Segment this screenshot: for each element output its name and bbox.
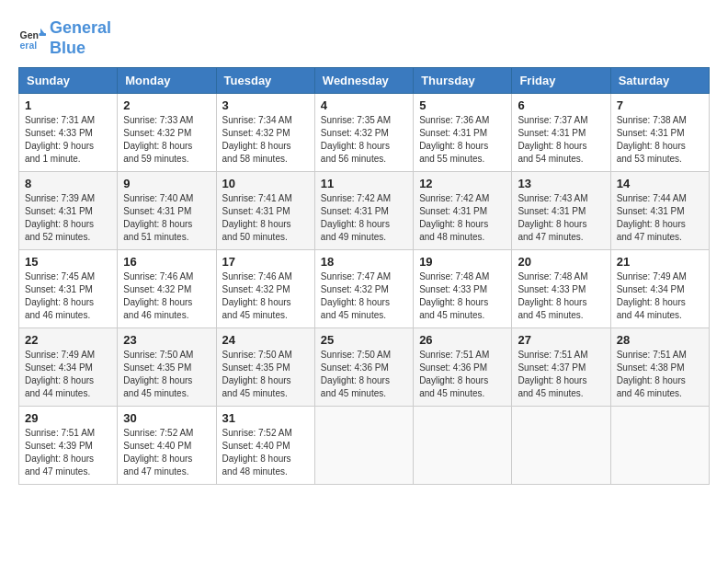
day-info: Sunrise: 7:39 AM Sunset: 4:31 PM Dayligh… [25, 192, 111, 244]
calendar-week-row: 1 Sunrise: 7:31 AM Sunset: 4:33 PM Dayli… [19, 94, 710, 172]
calendar-cell: 14 Sunrise: 7:44 AM Sunset: 4:31 PM Dayl… [610, 172, 709, 250]
day-info: Sunrise: 7:45 AM Sunset: 4:31 PM Dayligh… [25, 270, 111, 322]
day-number: 29 [25, 411, 111, 425]
day-number: 14 [617, 177, 703, 190]
page-header: Gen eral General Blue [18, 18, 710, 58]
day-number: 18 [321, 255, 407, 269]
day-info: Sunrise: 7:38 AM Sunset: 4:31 PM Dayligh… [617, 114, 703, 166]
day-number: 4 [321, 98, 407, 112]
day-info: Sunrise: 7:34 AM Sunset: 4:32 PM Dayligh… [222, 114, 309, 166]
calendar-cell: 19 Sunrise: 7:48 AM Sunset: 4:33 PM Dayl… [414, 250, 512, 328]
calendar-cell [610, 407, 709, 485]
day-info: Sunrise: 7:40 AM Sunset: 4:31 PM Dayligh… [123, 192, 210, 244]
calendar-cell: 20 Sunrise: 7:48 AM Sunset: 4:33 PM Dayl… [512, 250, 610, 328]
day-info: Sunrise: 7:46 AM Sunset: 4:32 PM Dayligh… [222, 270, 309, 322]
calendar-cell: 6 Sunrise: 7:37 AM Sunset: 4:31 PM Dayli… [512, 94, 610, 172]
day-info: Sunrise: 7:49 AM Sunset: 4:34 PM Dayligh… [617, 270, 703, 322]
calendar-cell: 2 Sunrise: 7:33 AM Sunset: 4:32 PM Dayli… [118, 94, 216, 172]
calendar-cell: 13 Sunrise: 7:43 AM Sunset: 4:31 PM Dayl… [512, 172, 610, 250]
calendar-week-row: 8 Sunrise: 7:39 AM Sunset: 4:31 PM Dayli… [19, 172, 710, 250]
day-number: 3 [222, 98, 309, 112]
calendar-cell: 9 Sunrise: 7:40 AM Sunset: 4:31 PM Dayli… [118, 172, 216, 250]
day-number: 2 [123, 98, 210, 112]
svg-text:eral: eral [20, 39, 38, 50]
calendar-cell: 26 Sunrise: 7:51 AM Sunset: 4:36 PM Dayl… [414, 328, 512, 407]
day-number: 15 [25, 255, 111, 269]
calendar-cell: 11 Sunrise: 7:42 AM Sunset: 4:31 PM Dayl… [314, 172, 413, 250]
logo: Gen eral General Blue [18, 18, 111, 58]
day-info: Sunrise: 7:51 AM Sunset: 4:37 PM Dayligh… [518, 349, 604, 400]
day-info: Sunrise: 7:52 AM Sunset: 4:40 PM Dayligh… [222, 427, 309, 478]
day-info: Sunrise: 7:50 AM Sunset: 4:35 PM Dayligh… [123, 349, 210, 400]
calendar-cell: 29 Sunrise: 7:51 AM Sunset: 4:39 PM Dayl… [19, 407, 118, 485]
day-info: Sunrise: 7:47 AM Sunset: 4:32 PM Dayligh… [321, 270, 407, 322]
day-info: Sunrise: 7:48 AM Sunset: 4:33 PM Dayligh… [419, 270, 506, 322]
day-info: Sunrise: 7:52 AM Sunset: 4:40 PM Dayligh… [123, 427, 210, 478]
day-number: 24 [222, 333, 309, 347]
day-of-week-header: Saturday [610, 68, 709, 94]
calendar-cell: 16 Sunrise: 7:46 AM Sunset: 4:32 PM Dayl… [118, 250, 216, 328]
calendar-cell: 4 Sunrise: 7:35 AM Sunset: 4:32 PM Dayli… [314, 94, 413, 172]
day-number: 27 [518, 333, 604, 347]
day-number: 28 [617, 333, 703, 347]
day-info: Sunrise: 7:41 AM Sunset: 4:31 PM Dayligh… [222, 192, 309, 244]
day-of-week-header: Wednesday [314, 68, 413, 94]
day-of-week-header: Friday [512, 68, 610, 94]
calendar-cell: 3 Sunrise: 7:34 AM Sunset: 4:32 PM Dayli… [216, 94, 314, 172]
calendar-cell: 28 Sunrise: 7:51 AM Sunset: 4:38 PM Dayl… [610, 328, 709, 407]
day-info: Sunrise: 7:36 AM Sunset: 4:31 PM Dayligh… [419, 114, 506, 166]
day-of-week-header: Tuesday [216, 68, 314, 94]
calendar-cell: 8 Sunrise: 7:39 AM Sunset: 4:31 PM Dayli… [19, 172, 118, 250]
logo-text: General Blue [50, 18, 111, 58]
day-number: 12 [419, 177, 506, 190]
day-info: Sunrise: 7:49 AM Sunset: 4:34 PM Dayligh… [25, 349, 111, 400]
calendar-cell: 5 Sunrise: 7:36 AM Sunset: 4:31 PM Dayli… [414, 94, 512, 172]
day-info: Sunrise: 7:51 AM Sunset: 4:36 PM Dayligh… [419, 349, 506, 400]
calendar-cell: 12 Sunrise: 7:42 AM Sunset: 4:31 PM Dayl… [414, 172, 512, 250]
logo-icon: Gen eral [18, 25, 46, 52]
calendar-cell: 17 Sunrise: 7:46 AM Sunset: 4:32 PM Dayl… [216, 250, 314, 328]
calendar-cell: 18 Sunrise: 7:47 AM Sunset: 4:32 PM Dayl… [314, 250, 413, 328]
calendar-week-row: 15 Sunrise: 7:45 AM Sunset: 4:31 PM Dayl… [19, 250, 710, 328]
day-number: 1 [25, 98, 111, 112]
calendar-cell: 21 Sunrise: 7:49 AM Sunset: 4:34 PM Dayl… [610, 250, 709, 328]
calendar-week-row: 22 Sunrise: 7:49 AM Sunset: 4:34 PM Dayl… [19, 328, 710, 407]
calendar-cell: 10 Sunrise: 7:41 AM Sunset: 4:31 PM Dayl… [216, 172, 314, 250]
calendar-cell: 24 Sunrise: 7:50 AM Sunset: 4:35 PM Dayl… [216, 328, 314, 407]
day-info: Sunrise: 7:42 AM Sunset: 4:31 PM Dayligh… [321, 192, 407, 244]
day-number: 6 [518, 98, 604, 112]
calendar-cell [512, 407, 610, 485]
day-info: Sunrise: 7:50 AM Sunset: 4:36 PM Dayligh… [321, 349, 407, 400]
day-of-week-header: Thursday [414, 68, 512, 94]
calendar-cell: 23 Sunrise: 7:50 AM Sunset: 4:35 PM Dayl… [118, 328, 216, 407]
calendar-cell: 22 Sunrise: 7:49 AM Sunset: 4:34 PM Dayl… [19, 328, 118, 407]
day-number: 31 [222, 411, 309, 425]
calendar-cell: 27 Sunrise: 7:51 AM Sunset: 4:37 PM Dayl… [512, 328, 610, 407]
day-number: 17 [222, 255, 309, 269]
day-info: Sunrise: 7:48 AM Sunset: 4:33 PM Dayligh… [518, 270, 604, 322]
day-info: Sunrise: 7:51 AM Sunset: 4:38 PM Dayligh… [617, 349, 703, 400]
day-info: Sunrise: 7:46 AM Sunset: 4:32 PM Dayligh… [123, 270, 210, 322]
day-info: Sunrise: 7:51 AM Sunset: 4:39 PM Dayligh… [25, 427, 111, 478]
day-number: 19 [419, 255, 506, 269]
day-number: 11 [321, 177, 407, 190]
calendar-cell: 15 Sunrise: 7:45 AM Sunset: 4:31 PM Dayl… [19, 250, 118, 328]
day-number: 30 [123, 411, 210, 425]
calendar-header-row: SundayMondayTuesdayWednesdayThursdayFrid… [19, 68, 710, 94]
calendar-cell: 25 Sunrise: 7:50 AM Sunset: 4:36 PM Dayl… [314, 328, 413, 407]
day-number: 9 [123, 177, 210, 190]
day-number: 25 [321, 333, 407, 347]
calendar-table: SundayMondayTuesdayWednesdayThursdayFrid… [18, 67, 710, 485]
day-info: Sunrise: 7:44 AM Sunset: 4:31 PM Dayligh… [617, 192, 703, 244]
day-number: 7 [617, 98, 703, 112]
calendar-cell: 1 Sunrise: 7:31 AM Sunset: 4:33 PM Dayli… [19, 94, 118, 172]
day-number: 26 [419, 333, 506, 347]
day-number: 10 [222, 177, 309, 190]
svg-rect-3 [40, 33, 47, 36]
day-of-week-header: Monday [118, 68, 216, 94]
day-info: Sunrise: 7:50 AM Sunset: 4:35 PM Dayligh… [222, 349, 309, 400]
day-number: 8 [25, 177, 111, 190]
day-number: 13 [518, 177, 604, 190]
day-number: 23 [123, 333, 210, 347]
day-info: Sunrise: 7:35 AM Sunset: 4:32 PM Dayligh… [321, 114, 407, 166]
